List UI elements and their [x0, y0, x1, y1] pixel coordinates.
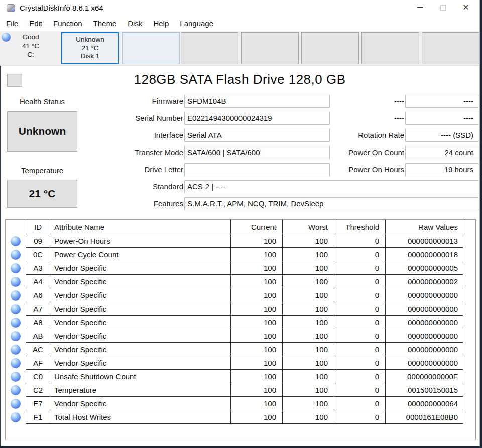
- disk-tile-empty-1: [122, 32, 180, 64]
- table-row[interactable]: A3Vendor Specific1001000000000000005: [6, 261, 475, 275]
- menu-function[interactable]: Function: [48, 17, 88, 30]
- menu-help[interactable]: Help: [148, 17, 174, 30]
- header-threshold: Threshold: [334, 220, 385, 234]
- row-cells: 09Power-On Hours1001000000000000013: [26, 234, 463, 248]
- disk-tile-empty-3: [241, 32, 299, 64]
- cell-worst: 100: [282, 234, 334, 247]
- cell-id: AB: [26, 329, 50, 342]
- cell-th: 0: [334, 316, 385, 329]
- table-row[interactable]: A6Vendor Specific1001000000000000000: [6, 288, 475, 302]
- disk-tile-empty-4: [301, 32, 359, 64]
- field-value: S.M.A.R.T., APM, NCQ, TRIM, DevSleep: [184, 197, 478, 210]
- menu-bar: FileEditFunctionThemeDiskHelpLanguage: [0, 16, 479, 31]
- cell-th: 0: [334, 261, 385, 274]
- disk-tile-c[interactable]: Good 41 °C C:: [0, 31, 61, 66]
- table-row[interactable]: A8Vendor Specific1001000000000000000: [6, 316, 475, 329]
- table-row[interactable]: A7Vendor Specific1001000000000000000: [6, 302, 475, 316]
- row-cells: ACVendor Specific1001000000000000000: [26, 343, 463, 356]
- cell-cur: 100: [230, 261, 282, 274]
- cell-worst: 100: [282, 343, 334, 356]
- status-orb-icon: [11, 399, 21, 409]
- table-row[interactable]: E7Vendor Specific1001000000000000064: [6, 397, 475, 410]
- field-label: Standard: [80, 180, 183, 193]
- row-status-cell: [6, 397, 26, 410]
- row-status-cell: [6, 288, 26, 302]
- disk-tile-empty-5: [362, 32, 419, 64]
- field-label: Rotation Rate: [316, 129, 404, 142]
- menu-file[interactable]: File: [1, 17, 24, 30]
- status-orb-icon: [11, 277, 21, 287]
- cell-cur: 100: [230, 410, 282, 423]
- table-row[interactable]: C0Unsafe Shutdown Count10010000000000000…: [6, 370, 475, 383]
- cell-raw: 000000000064: [385, 397, 463, 410]
- field-label: ----: [316, 95, 404, 108]
- cell-cur: 100: [230, 316, 282, 329]
- cell-raw: 000000000000: [385, 356, 463, 369]
- cell-name: Vendor Specific: [50, 261, 230, 274]
- table-row[interactable]: 0CPower Cycle Count1001000000000000018: [6, 248, 475, 261]
- close-button[interactable]: ✕: [454, 0, 477, 15]
- disk-temp: 41 °C: [0, 42, 61, 51]
- header-attribute-name: Attribute Name: [50, 220, 230, 234]
- cell-worst: 100: [282, 383, 334, 396]
- row-status-cell: [6, 275, 26, 288]
- status-orb-icon: [11, 304, 21, 314]
- header-raw-values: Raw Values: [385, 220, 463, 234]
- maximize-button[interactable]: [431, 0, 454, 15]
- status-orb-icon: [11, 358, 21, 368]
- disk-tile-c-text: Good 41 °C C:: [0, 33, 61, 59]
- app-window: CrystalDiskInfo 8.6.1 x64 ✕ FileEditFunc…: [0, 0, 480, 446]
- table-row[interactable]: F1Total Host Writes10010000000161E08B0: [6, 410, 475, 424]
- row-status-cell: [6, 316, 26, 329]
- disk-tile-disk1[interactable]: Unknown21 °CDisk 1: [61, 32, 119, 64]
- status-orb-icon: [11, 318, 21, 328]
- cell-cur: 100: [230, 288, 282, 302]
- disk-tile-empty-6: [422, 32, 479, 64]
- row-cells: F1Total Host Writes10010000000161E08B0: [26, 410, 463, 424]
- status-orb-icon: [11, 236, 21, 246]
- table-row[interactable]: A4Vendor Specific1001000000000000002: [6, 275, 475, 288]
- cell-id: 09: [26, 234, 50, 247]
- menu-edit[interactable]: Edit: [24, 17, 48, 30]
- table-row[interactable]: 09Power-On Hours1001000000000000013: [6, 234, 475, 248]
- cell-id: A8: [26, 316, 50, 329]
- table-row[interactable]: ACVendor Specific1001000000000000000: [6, 343, 475, 356]
- cell-id: E7: [26, 397, 50, 410]
- row-status-cell: [6, 383, 26, 397]
- field-standard: StandardACS-2 | ----: [0, 180, 480, 193]
- field-poweroncount: Power On Count24 count: [0, 146, 480, 159]
- minimize-button[interactable]: [408, 0, 431, 15]
- table-row[interactable]: ABVendor Specific1001000000000000000: [6, 329, 475, 343]
- row-cells: 0CPower Cycle Count1001000000000000018: [26, 248, 463, 261]
- cell-raw: 000000000002: [385, 275, 463, 288]
- cell-id: AC: [26, 343, 50, 356]
- row-cells: C2Temperature1001000001500150015: [26, 383, 463, 397]
- status-orb-icon: [11, 385, 21, 395]
- menu-language[interactable]: Language: [174, 17, 219, 30]
- close-icon: ✕: [462, 4, 469, 12]
- cell-cur: 100: [230, 370, 282, 383]
- cell-name: Vendor Specific: [50, 343, 230, 356]
- smart-table-header: IDAttribute NameCurrentWorstThresholdRaw…: [6, 220, 475, 234]
- field-value: ACS-2 | ----: [184, 180, 478, 193]
- table-row[interactable]: C2Temperature1001000001500150015: [6, 383, 475, 397]
- row-cells: A3Vendor Specific1001000000000000005: [26, 261, 463, 275]
- table-row[interactable]: AFVendor Specific1001000000000000000: [6, 356, 475, 370]
- header-id: ID: [26, 220, 50, 234]
- status-orb-icon: [11, 250, 21, 260]
- menu-theme[interactable]: Theme: [88, 17, 123, 30]
- cell-th: 0: [334, 248, 385, 261]
- cell-cur: 100: [230, 343, 282, 356]
- row-cells: ABVendor Specific1001000000000000000: [26, 329, 463, 343]
- cell-cur: 100: [230, 356, 282, 369]
- cell-id: C2: [26, 383, 50, 396]
- cell-worst: 100: [282, 316, 334, 329]
- cell-th: 0: [334, 383, 385, 396]
- cell-name: Unsafe Shutdown Count: [50, 370, 230, 383]
- row-status-cell: [6, 248, 26, 261]
- field-label: Power On Hours: [316, 163, 404, 176]
- menu-disk[interactable]: Disk: [122, 17, 148, 30]
- cell-worst: 100: [282, 329, 334, 342]
- cell-worst: 100: [282, 410, 334, 423]
- cell-th: 0: [334, 288, 385, 302]
